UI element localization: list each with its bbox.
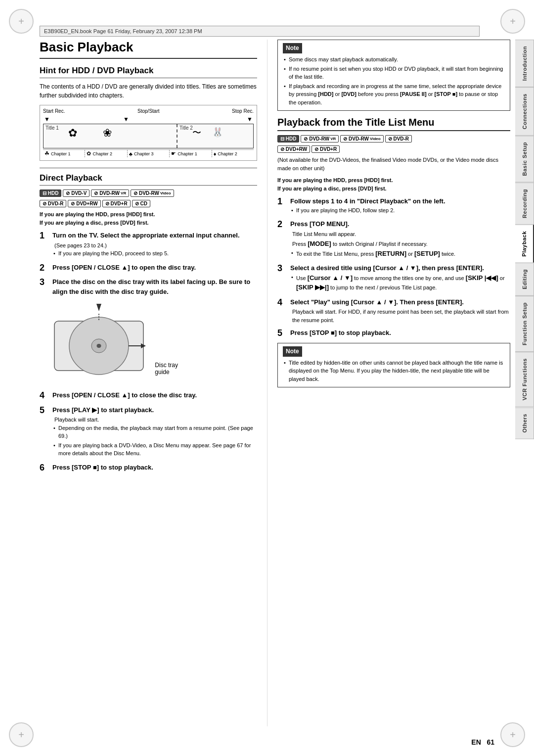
tl-step-1-sub1: If you are playing the HDD, follow step … (290, 206, 510, 215)
main-content: Basic Playback Hint for HDD / DVD Playba… (40, 40, 510, 726)
stop-label: Stop Rec. (232, 108, 254, 114)
chapter-row-1: ☘ Chapter 1 ✿ Chapter 2 ♣ Chapter 3 ☛ Ch… (43, 149, 254, 157)
right-sidebar: Introduction Connections Basic Setup Rec… (515, 40, 534, 722)
chapter-2-label: Chapter 2 (92, 151, 112, 156)
page-header-text: E3B90ED_EN.book Page 61 Friday, February… (44, 28, 202, 34)
chapter-3-label: Chapter 3 (134, 151, 154, 156)
direct-bold-note-2: If you are playing a disc, press [DVD] f… (40, 219, 257, 227)
step-5-sub0: Playback will start. (54, 416, 257, 424)
stop-start-label: Stop/Start (137, 108, 159, 114)
sidebar-tab-function-setup[interactable]: Function Setup (515, 296, 534, 352)
tl-step-1: 1 Follow steps 1 to 4 in "Direct Playbac… (277, 196, 510, 215)
sidebar-tab-connections[interactable]: Connections (515, 87, 534, 136)
bottom-note-item-1: Title edited by hidden-title on other un… (283, 359, 505, 383)
not-available-note: (Not available for the DVD-Videos, the f… (277, 156, 510, 172)
step-4: 4 Press [OPEN / CLOSE ▲] to close the di… (40, 390, 257, 401)
step-6: 6 Press [STOP ■] to stop playback. (40, 463, 257, 473)
badge-dvdplusrw: ⊘ DVD+RW (68, 200, 100, 207)
sidebar-tab-basic-setup[interactable]: Basic Setup (515, 136, 534, 182)
device-badges: ⊟ HDD ⊘ DVD-V ⊘ DVD-RW VR ⊘ DVD-RW Video (40, 189, 257, 197)
page-en-label: EN (471, 738, 481, 746)
chapter-4-label: Chapter 1 (178, 151, 197, 156)
tl-step-4-main: Select "Play" using [Cursor ▲ / ▼]. Then… (290, 298, 464, 306)
chapter-cell-5: ♦ Chapter 2 (212, 150, 254, 157)
svg-point-4 (97, 344, 101, 348)
timeline-bar: Title 1 ✿ ❀ Title 2 〜 🐰 (43, 124, 254, 148)
tl-step-2-sub0: Title List Menu will appear. (292, 230, 510, 238)
start-label: Start Rec. (43, 108, 65, 114)
step-3: 3 Place the disc on the disc tray with i… (40, 277, 257, 296)
sidebar-tab-playback[interactable]: Playback (515, 225, 534, 263)
step-5-main: Press [PLAY ▶] to start playback. (52, 406, 154, 414)
stop-arrow: ▼ (247, 116, 253, 123)
page-title: Basic Playback (40, 40, 257, 59)
step-1-main: Turn on the TV. Select the appropriate e… (52, 232, 240, 239)
page-number-value: 61 (487, 738, 494, 746)
wave-icon: 〜 (192, 127, 201, 139)
bunny-icon: 🐰 (212, 127, 223, 138)
tl-step-3-sub1: Use [Cursor ▲ / ▼] to move among the tit… (290, 273, 510, 292)
note-item-1: Some discs may start playback automatica… (283, 55, 505, 64)
step-1-sub2: If you are playing the HDD, proceed to s… (52, 249, 257, 258)
badge-hdd: ⊟ HDD (40, 189, 61, 197)
chapter-cell-4: ☛ Chapter 1 (170, 150, 212, 157)
badge-dvdrw-vr: ⊘ DVD-RW VR (91, 189, 129, 197)
chapter-5-label: Chapter 2 (218, 151, 237, 156)
tl-step-5: 5 Press [STOP ■] to stop playback. (277, 328, 510, 339)
chapter-cell-2: ✿ Chapter 2 (85, 150, 127, 157)
step-3-main: Place the disc on the disc tray with its… (52, 278, 250, 295)
tl-step-4: 4 Select "Play" using [Cursor ▲ / ▼]. Th… (277, 297, 510, 325)
tl-badge-dvdplusrw: ⊘ DVD+RW (277, 145, 310, 153)
tl-step-3: 3 Select a desired title using [Cursor ▲… (277, 263, 510, 293)
tl-badge-hdd: ⊟ HDD (277, 135, 299, 142)
step-2-main: Press [OPEN / CLOSE ▲] to open the disc … (52, 264, 196, 271)
stop-start-arrow: ▼ (123, 116, 129, 123)
badge-cd: ⊘ CD (132, 200, 150, 207)
step-5-sub2: If you are playing back a DVD-Video, a D… (52, 441, 257, 458)
chapter-cell-1: ☘ Chapter 1 (43, 150, 85, 157)
tl-step-5-main: Press [STOP ■] to stop playback. (290, 329, 391, 336)
timeline-title2: Title 2 〜 🐰 (178, 124, 253, 148)
step-1-sub1: (See pages 23 to 24.) (54, 241, 257, 250)
corner-decoration-tl (9, 9, 34, 34)
tl-step-2-sub2: To exit the Title List Menu, press [RETU… (290, 249, 510, 259)
title1-label: Title 1 (45, 125, 59, 131)
chapter-1-label: Chapter 1 (51, 151, 71, 156)
step-2: 2 Press [OPEN / CLOSE ▲] to open the dis… (40, 263, 257, 274)
sidebar-tab-editing[interactable]: Editing (515, 263, 534, 296)
disc-illustration: Disc tray guide (49, 301, 178, 385)
flower-icon-2: ❀ (103, 127, 112, 140)
svg-marker-8 (96, 304, 101, 311)
corner-decoration-tr (500, 9, 525, 34)
sidebar-tab-recording[interactable]: Recording (515, 183, 534, 225)
start-arrow: ▼ (44, 116, 50, 123)
sidebar-tab-others[interactable]: Others (515, 407, 534, 439)
sidebar-tab-introduction[interactable]: Introduction (515, 40, 534, 87)
note-box-top: Note Some discs may start playback autom… (277, 40, 510, 111)
timeline-labels: Start Rec. Stop/Start Stop Rec. (43, 108, 254, 114)
hint-section-heading: Hint for HDD / DVD Playback (40, 66, 257, 78)
badge-dvdplusr: ⊘ DVD+R (102, 200, 131, 207)
title2-label: Title 2 (179, 125, 193, 131)
right-column: Note Some discs may start playback autom… (267, 40, 510, 726)
disc-tray-guide-label: Disc tray guide (155, 362, 178, 376)
note-title-2: Note (283, 346, 302, 357)
tl-step-2: 2 Press [TOP MENU]. Title List Menu will… (277, 219, 510, 259)
chapter-cell-3: ♣ Chapter 3 (128, 150, 170, 157)
badge-dvdv: ⊘ DVD-V (63, 189, 89, 197)
sidebar-tab-vcr-functions[interactable]: VCR Functions (515, 352, 534, 407)
note-title-1: Note (283, 43, 302, 53)
tl-badge-dvdr: ⊘ DVD-R (385, 135, 412, 142)
tl-step-3-main: Select a desired title using [Cursor ▲ /… (290, 264, 484, 272)
page-number: EN 61 (471, 738, 494, 746)
note-box-bottom: Note Title edited by hidden-title on oth… (277, 343, 510, 388)
title-list-heading: Playback from the Title List Menu (277, 117, 510, 131)
title-list-badges: ⊟ HDD ⊘ DVD-RW VR ⊘ DVD-RW Video ⊘ DVD-R (277, 135, 510, 142)
page-header: E3B90ED_EN.book Page 61 Friday, February… (40, 26, 480, 37)
timeline-title1: Title 1 ✿ ❀ (44, 124, 178, 148)
step-1: 1 Turn on the TV. Select the appropriate… (40, 231, 257, 259)
corner-decoration-bl (9, 722, 34, 747)
section-divider-1 (40, 168, 257, 168)
step-6-main: Press [STOP ■] to stop playback. (52, 464, 153, 471)
disc-tray-svg (49, 301, 163, 376)
